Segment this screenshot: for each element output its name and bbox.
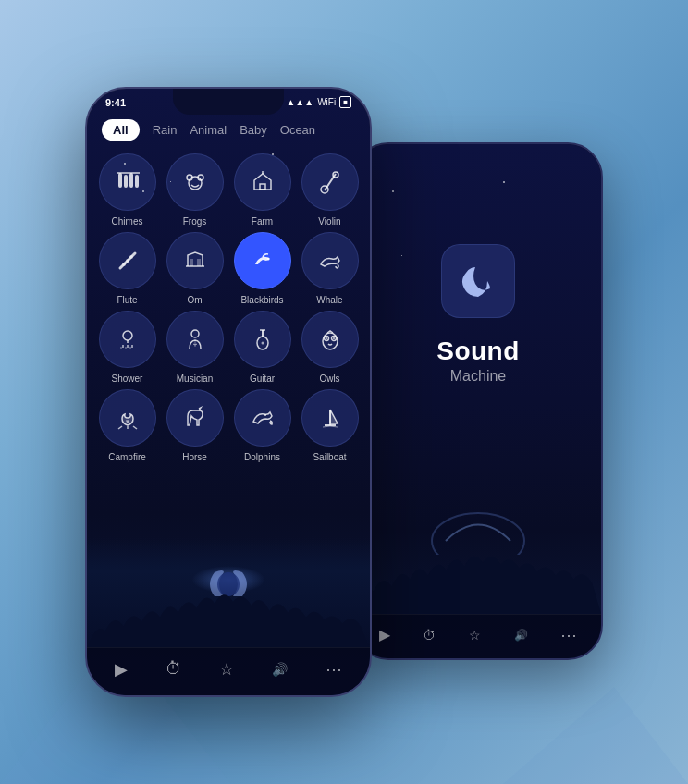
svg-rect-8 — [260, 184, 265, 190]
phones-container: 9:41 ▲▲▲ WiFi ■ All Rain Animal Baby Oce… — [85, 87, 603, 697]
svg-rect-1 — [124, 175, 128, 188]
signal-icon: ▲▲▲ — [286, 97, 313, 107]
sound-item-violin[interactable]: Violin — [299, 153, 361, 227]
shower-label: Shower — [112, 374, 143, 384]
sound-item-dolphins[interactable]: Dolphins — [231, 389, 293, 462]
frogs-icon-circle — [166, 153, 224, 211]
tab-rain[interactable]: Rain — [153, 119, 178, 141]
flute-icon-circle — [99, 232, 156, 289]
svg-point-5 — [189, 177, 202, 190]
phone-second-inner: Sound Machine ▶ ⏱ — [355, 144, 601, 658]
blackbirds-label: Blackbirds — [240, 295, 283, 305]
notch — [173, 89, 284, 115]
svg-point-13 — [129, 255, 133, 259]
om-label: Om — [187, 295, 202, 305]
sound-item-shower[interactable]: Shower — [96, 311, 158, 384]
svg-point-24 — [191, 330, 199, 337]
sound-item-musician[interactable]: Musician — [164, 311, 226, 384]
svg-rect-15 — [197, 259, 201, 266]
flute-label: Flute — [117, 295, 137, 305]
sound-item-campfire[interactable]: Campfire — [96, 389, 158, 462]
tab-baby[interactable]: Baby — [240, 119, 267, 141]
farm-label: Farm — [252, 216, 273, 227]
sailboat-label: Sailboat — [313, 452, 346, 462]
svg-line-37 — [133, 426, 137, 429]
sound-item-owls[interactable]: Owls — [299, 311, 361, 384]
campfire-label: Campfire — [108, 452, 146, 462]
splash-bottom-nav: ▶ ⏱ ☆ 🔊 ⋯ — [355, 614, 601, 658]
svg-rect-3 — [135, 175, 139, 188]
frogs-label: Frogs — [183, 216, 207, 227]
favorites-button[interactable]: ☆ — [219, 659, 234, 680]
chimes-label: Chimes — [112, 216, 143, 227]
splash-favorites-button[interactable]: ☆ — [469, 628, 481, 643]
svg-point-33 — [326, 337, 327, 339]
svg-point-16 — [266, 258, 269, 261]
sound-item-whale[interactable]: Whale — [299, 232, 361, 305]
tab-animal[interactable]: Animal — [190, 119, 227, 141]
app-icon — [441, 244, 515, 318]
shower-icon-circle — [99, 311, 156, 368]
timer-button[interactable]: ⏱ — [166, 659, 182, 679]
svg-point-17 — [123, 331, 132, 340]
guitar-icon-circle — [234, 311, 291, 368]
svg-point-34 — [333, 337, 335, 339]
horse-label: Horse — [182, 452, 207, 462]
play-button[interactable]: ▶ — [115, 659, 128, 680]
more-button[interactable]: ⋯ — [326, 659, 342, 680]
owls-label: Owls — [319, 374, 339, 384]
sound-item-om[interactable]: Om — [164, 232, 226, 305]
sound-item-guitar[interactable]: Guitar — [231, 311, 293, 384]
om-icon-circle — [166, 232, 224, 289]
filter-tabs: All Rain Animal Baby Ocean — [87, 112, 370, 150]
splash-volume-button[interactable]: 🔊 — [514, 629, 528, 642]
splash-title-sound: Sound — [436, 337, 520, 366]
volume-button[interactable]: 🔊 — [272, 662, 288, 677]
tab-all[interactable]: All — [102, 119, 140, 141]
sound-item-flute[interactable]: Flute — [96, 232, 158, 305]
violin-icon-circle — [301, 153, 359, 211]
sound-item-blackbirds[interactable]: Blackbirds — [231, 232, 293, 305]
moon-icon — [455, 258, 501, 304]
sound-item-farm[interactable]: Farm — [231, 153, 293, 227]
chimes-icon-circle — [99, 153, 156, 211]
sound-item-horse[interactable]: Horse — [164, 389, 226, 462]
wifi-icon: WiFi — [317, 97, 336, 107]
splash-landscape — [355, 429, 601, 614]
sailboat-icon-circle — [301, 389, 359, 447]
phone-main: 9:41 ▲▲▲ WiFi ■ All Rain Animal Baby Oce… — [85, 87, 372, 697]
musician-label: Musician — [177, 374, 213, 384]
violin-label: Violin — [318, 216, 340, 227]
sound-item-chimes[interactable]: Chimes — [96, 153, 158, 227]
battery-icon: ■ — [339, 96, 351, 108]
campfire-icon-circle — [99, 389, 156, 447]
splash-tree-silhouette — [355, 541, 601, 614]
svg-line-35 — [118, 426, 122, 429]
svg-rect-2 — [129, 173, 133, 188]
phone-landscape — [87, 538, 370, 649]
farm-icon-circle — [234, 153, 291, 211]
tree-silhouette-main — [87, 585, 370, 649]
sound-item-frogs[interactable]: Frogs — [164, 153, 226, 227]
sound-item-sailboat[interactable]: Sailboat — [299, 389, 361, 462]
splash-top: Sound Machine — [436, 144, 520, 429]
status-icons: ▲▲▲ WiFi ■ — [286, 96, 351, 108]
bottom-nav: ▶ ⏱ ☆ 🔊 ⋯ — [87, 647, 370, 695]
blackbirds-icon-circle — [234, 232, 291, 289]
splash-timer-button[interactable]: ⏱ — [423, 628, 436, 643]
whale-label: Whale — [316, 295, 342, 305]
status-time: 9:41 — [105, 97, 126, 108]
whale-icon-circle — [301, 232, 359, 289]
svg-point-28 — [261, 342, 264, 345]
owls-icon-circle — [301, 311, 359, 368]
horse-icon-circle — [166, 389, 224, 447]
splash-play-button[interactable]: ▶ — [379, 626, 390, 643]
tab-ocean[interactable]: Ocean — [280, 119, 315, 141]
guitar-label: Guitar — [250, 374, 275, 384]
svg-rect-0 — [118, 173, 122, 188]
svg-point-12 — [126, 259, 129, 263]
splash-more-button[interactable]: ⋯ — [560, 625, 577, 645]
dolphins-label: Dolphins — [244, 452, 280, 462]
svg-point-38 — [264, 414, 266, 416]
musician-icon-circle — [166, 311, 224, 368]
